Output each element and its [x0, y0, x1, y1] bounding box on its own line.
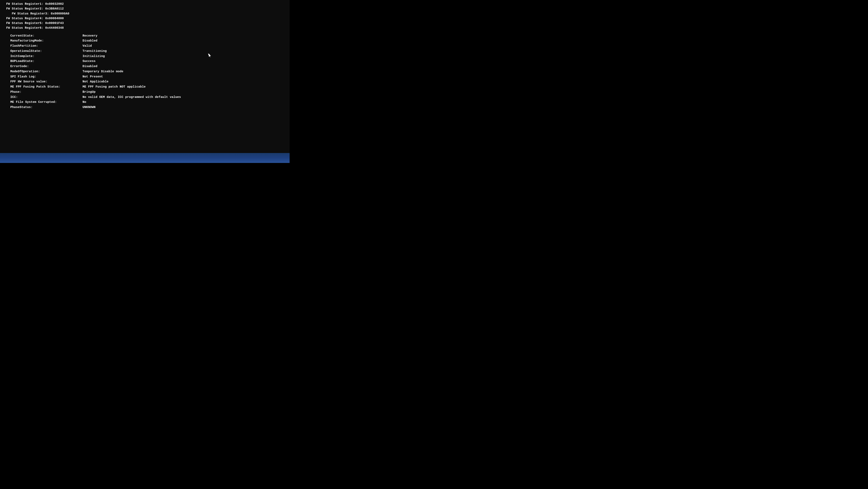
- fw-register6-value: 0x44400348: [45, 26, 64, 30]
- label-mefilesystem: ME File System Corrupted:: [10, 100, 81, 105]
- info-table: CurrentState: Recovery ManufacturingMode…: [4, 33, 285, 110]
- fw-register3-value: 0x000000A0: [51, 12, 69, 16]
- info-row-flashpartition: FlashPartition: Valid: [10, 44, 285, 49]
- info-row-modeofoperation: ModeOfOperation: Temporary Disable mode: [10, 69, 285, 74]
- bottom-bar: [0, 153, 289, 163]
- info-row-mefpffusing: ME FPF Fusing Patch Status: ME FPF Fusin…: [10, 84, 285, 90]
- value-flashpartition: Valid: [83, 44, 92, 49]
- label-spiflashlog: SPI Flash Log:: [10, 74, 81, 80]
- label-icc: ICC:: [10, 95, 81, 100]
- value-spiflashlog: Not Present: [83, 74, 103, 80]
- register-line-2: FW Status Register2: 0x3B8A0112: [6, 6, 285, 11]
- value-mefilesystem: No: [83, 100, 86, 105]
- label-phasestatus: PhaseStatus:: [10, 105, 81, 110]
- info-row-fpfhwsource: FPF HW Source value: Not Applicable: [10, 79, 285, 84]
- register-line-1: FW Status Register1: 0x80032002: [6, 2, 285, 6]
- label-errorcode: ErrorCode:: [10, 64, 81, 69]
- fw-register3-label: FW Status Register3:: [6, 12, 51, 16]
- register-line-4: FW Status Register4: 0x00084000: [6, 16, 285, 21]
- info-row-spiflashlog: SPI Flash Log: Not Present: [10, 74, 285, 80]
- info-row-phase: Phase: BringUp: [10, 90, 285, 95]
- info-row-buploadstate: BUPLoadState: Success: [10, 59, 285, 64]
- fw-register6-label: FW Status Register6:: [6, 26, 45, 30]
- label-buploadstate: BUPLoadState:: [10, 59, 81, 64]
- info-row-icc: ICC: No valid OEM data, ICC programmed w…: [10, 95, 285, 100]
- info-row-errorcode: ErrorCode: Disabled: [10, 64, 285, 69]
- info-row-mefilesystem: ME File System Corrupted: No: [10, 100, 285, 105]
- fw-register4-value: 0x00084000: [45, 17, 64, 20]
- terminal-area: FW Status Register1: 0x80032002 FW Statu…: [0, 0, 289, 153]
- info-row-initcomplete: InitComplete: Initializing: [10, 54, 285, 59]
- value-fpfhwsource: Not Applicable: [83, 79, 108, 84]
- register-section: FW Status Register1: 0x80032002 FW Statu…: [4, 2, 285, 31]
- value-errorcode: Disabled: [83, 64, 97, 69]
- value-icc: No valid OEM data, ICC programmed with d…: [83, 95, 181, 100]
- label-currentstate: CurrentState:: [10, 33, 81, 39]
- fw-register2-value: 0x3B8A0112: [45, 7, 64, 10]
- register-line-6: FW Status Register6: 0x44400348: [6, 26, 285, 30]
- info-row-currentstate: CurrentState: Recovery: [10, 33, 285, 39]
- value-initcomplete: Initializing: [83, 54, 105, 59]
- value-phasestatus: UNKNOWN: [83, 105, 95, 110]
- label-phase: Phase:: [10, 90, 81, 95]
- label-flashpartition: FlashPartition:: [10, 44, 81, 49]
- fw-register4-label: FW Status Register4:: [6, 17, 45, 20]
- screen: FW Status Register1: 0x80032002 FW Statu…: [0, 0, 289, 163]
- fw-register1-value: 0x80032002: [45, 2, 64, 6]
- fw-register2-label: FW Status Register2:: [6, 7, 45, 10]
- label-manufacturingmode: ManufacturingMode:: [10, 38, 81, 44]
- label-modeofoperation: ModeOfOperation:: [10, 69, 81, 74]
- info-row-phasestatus: PhaseStatus: UNKNOWN: [10, 105, 285, 110]
- value-modeofoperation: Temporary Disable mode: [83, 69, 123, 74]
- fw-register5-label: FW Status Register5:: [6, 22, 45, 25]
- value-phase: BringUp: [83, 90, 95, 95]
- label-fpfhwsource: FPF HW Source value:: [10, 79, 81, 84]
- label-initcomplete: InitComplete:: [10, 54, 81, 59]
- label-mefpffusing: ME FPF Fusing Patch Status:: [10, 84, 81, 90]
- value-mefpffusing: ME FPF Fusing patch NOT applicable: [83, 84, 146, 90]
- info-row-operationalstate: OperationalState: Transitioning: [10, 49, 285, 54]
- value-manufacturingmode: Disabled: [83, 38, 97, 44]
- label-operationalstate: OperationalState:: [10, 49, 81, 54]
- fw-register1-label: FW Status Register1:: [6, 2, 45, 6]
- register-line-5: FW Status Register5: 0x00001F43: [6, 21, 285, 26]
- value-buploadstate: Success: [83, 59, 95, 64]
- value-operationalstate: Transitioning: [83, 49, 106, 54]
- register-line-3: FW Status Register3: 0x000000A0: [6, 11, 285, 16]
- fw-register5-value: 0x00001F43: [45, 22, 64, 25]
- info-row-manufacturingmode: ManufacturingMode: Disabled: [10, 38, 285, 44]
- value-currentstate: Recovery: [83, 33, 97, 39]
